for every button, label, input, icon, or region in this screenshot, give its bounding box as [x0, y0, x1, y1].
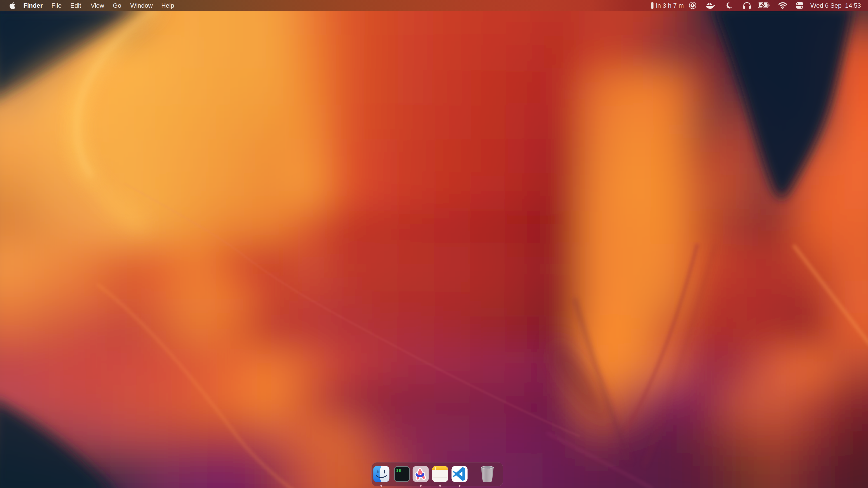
svg-text:$: $ — [396, 468, 399, 473]
